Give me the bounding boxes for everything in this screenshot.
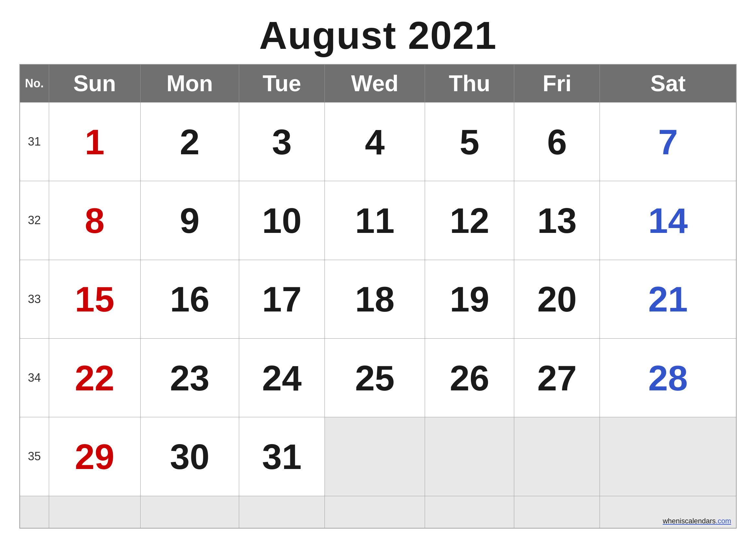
- calendar-day: 25: [325, 338, 425, 417]
- watermark-link: wheniscalendars.com: [662, 517, 731, 525]
- footer-cell: [325, 496, 425, 528]
- header-no: No.: [20, 64, 49, 102]
- calendar-day: 2: [140, 102, 239, 181]
- calendar-day: 22: [49, 338, 140, 417]
- footer-row: wheniscalendars.com: [20, 496, 736, 528]
- header-thu: Thu: [425, 64, 514, 102]
- calendar-day: 6: [514, 102, 600, 181]
- calendar-day: 5: [425, 102, 514, 181]
- header-fri: Fri: [514, 64, 600, 102]
- calendar-day: 9: [140, 181, 239, 260]
- calendar-day: 19: [425, 260, 514, 338]
- calendar-day: 18: [325, 260, 425, 338]
- calendar-day: 30: [140, 417, 239, 496]
- footer-cell: [140, 496, 239, 528]
- calendar-day: 28: [600, 338, 736, 417]
- calendar-day: 10: [239, 181, 325, 260]
- footer-cell: [514, 496, 600, 528]
- calendar-table: No. Sun Mon Tue Wed Thu Fri Sat 31123456…: [19, 64, 737, 528]
- calendar-day: 14: [600, 181, 736, 260]
- footer-cell: wheniscalendars.com: [600, 496, 736, 528]
- header-sat: Sat: [600, 64, 736, 102]
- calendar-day: 16: [140, 260, 239, 338]
- calendar-day: 31: [239, 417, 325, 496]
- calendar-day: 15: [49, 260, 140, 338]
- week-number: 32: [20, 181, 49, 260]
- calendar-week-row: 32891011121314: [20, 181, 736, 260]
- calendar-day: 27: [514, 338, 600, 417]
- calendar-week-row: 35293031: [20, 417, 736, 496]
- week-number: 34: [20, 338, 49, 417]
- footer-cell: [20, 496, 49, 528]
- calendar-day: [514, 417, 600, 496]
- calendar-day: 7: [600, 102, 736, 181]
- calendar-day: 17: [239, 260, 325, 338]
- week-number: 35: [20, 417, 49, 496]
- calendar-week-row: 311234567: [20, 102, 736, 181]
- header-sun: Sun: [49, 64, 140, 102]
- header-row: No. Sun Mon Tue Wed Thu Fri Sat: [20, 64, 736, 102]
- calendar-day: 4: [325, 102, 425, 181]
- header-mon: Mon: [140, 64, 239, 102]
- calendar-day: 1: [49, 102, 140, 181]
- calendar-day: [325, 417, 425, 496]
- week-number: 33: [20, 260, 49, 338]
- calendar-day: 13: [514, 181, 600, 260]
- header-wed: Wed: [325, 64, 425, 102]
- week-number: 31: [20, 102, 49, 181]
- calendar-week-row: 3315161718192021: [20, 260, 736, 338]
- calendar-day: 11: [325, 181, 425, 260]
- calendar-day: 8: [49, 181, 140, 260]
- header-tue: Tue: [239, 64, 325, 102]
- footer-cell: [425, 496, 514, 528]
- calendar-day: [425, 417, 514, 496]
- footer-cell: [239, 496, 325, 528]
- calendar-day: 29: [49, 417, 140, 496]
- calendar-day: 20: [514, 260, 600, 338]
- calendar-day: 3: [239, 102, 325, 181]
- calendar-day: 21: [600, 260, 736, 338]
- calendar-week-row: 3422232425262728: [20, 338, 736, 417]
- calendar-day: 24: [239, 338, 325, 417]
- calendar-title: August 2021: [259, 13, 497, 58]
- calendar-day: [600, 417, 736, 496]
- calendar-day: 26: [425, 338, 514, 417]
- calendar-day: 23: [140, 338, 239, 417]
- calendar-day: 12: [425, 181, 514, 260]
- footer-cell: [49, 496, 140, 528]
